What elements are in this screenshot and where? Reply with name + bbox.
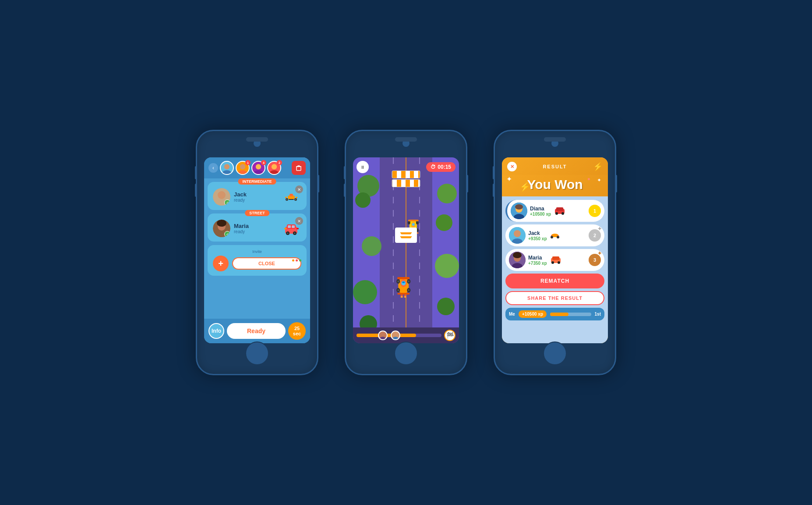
clock-icon: ⏱ xyxy=(431,164,436,170)
svg-point-32 xyxy=(287,232,289,234)
diana-rank-badge: 1 ★ xyxy=(589,205,601,217)
maria-name: Maria xyxy=(234,223,278,229)
jack-result-row: Jack +9350 xp 2 xyxy=(505,224,604,246)
avatar-wrap-2: 1 xyxy=(236,161,250,175)
jack-result-avatar xyxy=(509,227,526,244)
svg-point-1 xyxy=(222,170,232,174)
jack-player-card: INTERMEDIATE ✕ ✓ Jack ready xyxy=(208,182,307,210)
jack-close-button[interactable]: ✕ xyxy=(295,185,303,193)
result-screen: ✕ RESULT ⚡ ✦ ✦ ⚡ ● You Won xyxy=(502,157,608,343)
svg-point-48 xyxy=(408,289,410,292)
jack-info: Jack ready xyxy=(234,191,278,203)
svg-rect-28 xyxy=(288,225,291,228)
rematch-button[interactable]: REMATCH xyxy=(505,274,604,288)
avatar-badge-2: 1 xyxy=(245,160,251,165)
svg-point-81 xyxy=(551,236,553,238)
jack-rank: 2 xyxy=(593,233,596,238)
diana-avatar xyxy=(511,203,527,219)
me-progress-row: Me +10500 xp 1st xyxy=(505,308,604,320)
header-avatar-1 xyxy=(220,161,234,175)
svg-point-65 xyxy=(380,337,385,339)
ready-button[interactable]: Ready xyxy=(227,323,286,339)
jack-result-xp: +9350 xp xyxy=(528,236,547,241)
phone-2-camera xyxy=(395,137,417,142)
progress-player-1 xyxy=(378,331,388,340)
trash-button[interactable] xyxy=(292,161,306,175)
finish-flag: 🏁 xyxy=(444,330,455,341)
svg-rect-21 xyxy=(289,199,294,200)
maria-avatar: ✓ xyxy=(213,220,230,237)
timer-top: 25 xyxy=(294,326,300,331)
phone-2-side-btn2 xyxy=(344,166,346,179)
maria-result-car xyxy=(550,256,562,264)
maria-result-info: Maria +7350 xp xyxy=(528,255,547,266)
maria-status: ready xyxy=(234,229,278,234)
player-car xyxy=(396,274,411,299)
bush-right-1 xyxy=(437,184,457,203)
svg-point-10 xyxy=(218,191,226,199)
phone-2: ⏸ ⏱ 00:15 xyxy=(345,130,467,375)
svg-point-18 xyxy=(295,199,297,200)
bush-right-3 xyxy=(435,254,459,278)
you-won-section: ✦ ✦ ⚡ ● You Won xyxy=(502,175,608,196)
svg-rect-34 xyxy=(284,228,286,229)
dot-2 xyxy=(296,260,298,262)
svg-rect-90 xyxy=(552,256,559,260)
maria-close-button[interactable]: ✕ xyxy=(295,217,303,225)
diana-xp: +10500 xp xyxy=(530,212,551,217)
jack-status: ready xyxy=(234,198,278,203)
jack-player-row: ✓ Jack ready xyxy=(213,188,301,206)
maria-player-card: STREET ✕ ✓ Maria ready xyxy=(208,213,307,242)
lobby-footer: Info Ready 25 sec xyxy=(204,319,310,343)
info-button[interactable]: Info xyxy=(208,323,224,339)
diana-result-row: Diana +10500 xp 1 ★ xyxy=(505,200,604,222)
me-progress-bar xyxy=(550,313,591,316)
phone-3-camera xyxy=(544,137,566,142)
result-close-button[interactable]: ✕ xyxy=(507,162,517,171)
svg-point-45 xyxy=(397,281,399,283)
me-rank-label: 1st xyxy=(595,312,601,317)
jack-level-badge: INTERMEDIATE xyxy=(238,178,276,185)
lobby-content: INTERMEDIATE ✕ ✓ Jack ready xyxy=(204,178,310,319)
timer-bottom: sec xyxy=(293,331,301,336)
jack-name: Jack xyxy=(234,191,278,198)
avatar-badge-4: 2 xyxy=(277,160,282,165)
svg-rect-20 xyxy=(296,197,297,198)
lobby-screen: ‹ 1 xyxy=(204,157,310,343)
invite-plus-button[interactable]: + xyxy=(213,256,229,271)
timer-value: 00:15 xyxy=(438,164,451,170)
phone-1-side-btn3 xyxy=(195,184,197,197)
svg-point-74 xyxy=(555,212,558,215)
svg-point-5 xyxy=(254,170,263,174)
svg-point-92 xyxy=(558,261,560,264)
svg-rect-49 xyxy=(397,277,410,279)
game-hud: ⏸ ⏱ 00:15 xyxy=(357,161,455,173)
share-result-button[interactable]: SHARE THE RESULT xyxy=(505,291,604,305)
svg-point-7 xyxy=(270,170,279,174)
maria-result-avatar xyxy=(509,252,526,268)
phone-3-side-btn3 xyxy=(493,184,494,197)
invite-close-button[interactable]: CLOSE xyxy=(232,257,301,270)
timer-countdown: 25 sec xyxy=(288,322,306,340)
bush-left-3 xyxy=(362,236,381,256)
svg-point-58 xyxy=(408,221,410,224)
svg-rect-14 xyxy=(289,194,293,196)
phone-3-side-btn xyxy=(615,175,617,192)
result-header: ✕ RESULT ⚡ xyxy=(502,157,608,175)
game-screen: ⏸ ⏱ 00:15 xyxy=(353,157,459,343)
maria-result-xp: +7350 xp xyxy=(528,261,547,266)
jack-ready-check: ✓ xyxy=(224,199,230,206)
invite-dots xyxy=(292,260,301,262)
svg-point-17 xyxy=(286,199,288,200)
pause-button[interactable]: ⏸ xyxy=(357,161,369,173)
svg-point-46 xyxy=(408,281,410,283)
diana-name: Diana xyxy=(530,206,551,212)
result-title: RESULT xyxy=(517,164,593,169)
phone-2-side-btn3 xyxy=(344,184,346,197)
game-timer: ⏱ 00:15 xyxy=(426,162,455,172)
back-button[interactable]: ‹ xyxy=(208,163,218,173)
phone-3-side-btn2 xyxy=(493,166,494,179)
me-label: Me xyxy=(509,312,515,317)
maria-result-name: Maria xyxy=(528,255,547,261)
phone-1-camera xyxy=(246,137,268,142)
